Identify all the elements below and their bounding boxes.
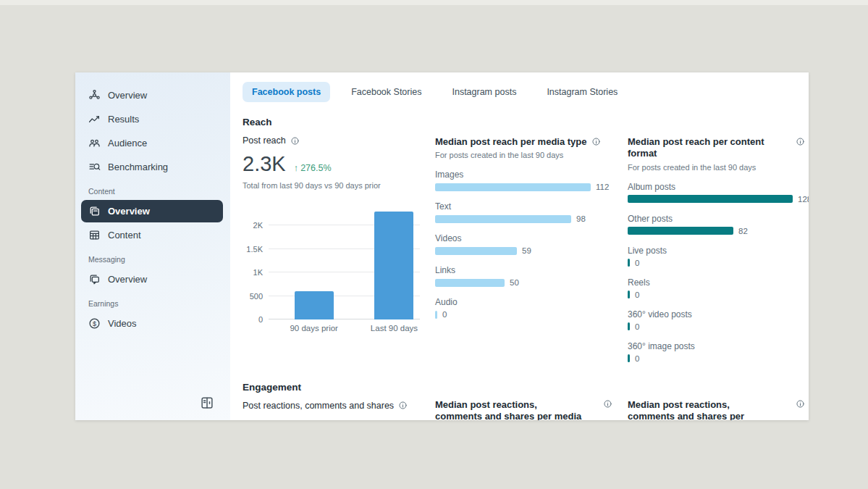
bar-label: 360° image posts (628, 341, 805, 351)
bar-line: 0 (628, 291, 805, 299)
sidebar-item-videos[interactable]: $Videos (81, 312, 223, 335)
tab-facebook-stories[interactable]: Facebook Stories (342, 82, 431, 102)
y-axis-tick-label: 0 (241, 315, 263, 324)
median-reach-content-format-head: Median post reach per content format (628, 136, 805, 160)
post-reach-title-row: Post reach (243, 135, 420, 146)
bar-row-reels: Reels0 (628, 277, 805, 299)
sidebar-section-content: Content (88, 187, 216, 196)
bar-label: Album posts (628, 182, 805, 192)
median-engagement-media-type-head: Median post reactions, comments and shar… (435, 399, 612, 421)
bar-row-live-posts: Live posts0 (628, 246, 805, 267)
tab-instagram-stories[interactable]: Instagram Stories (537, 82, 627, 102)
median-reach-media-type-caption: For posts created in the last 90 days (435, 151, 612, 159)
sidebar-item-overview[interactable]: Overview (81, 200, 223, 222)
engagement-card: Engagement Post reactions, comments and … (243, 382, 420, 421)
bar-label: Text (435, 201, 612, 212)
y-axis-tick-label: 500 (241, 292, 263, 301)
sidebar-item-label: Videos (108, 318, 137, 329)
media-type-bar-list: Images112Text98Videos59Links50Audio0 (435, 170, 612, 319)
chart-x-axis-labels: 90 days priorLast 90 days (269, 319, 420, 335)
info-icon[interactable] (398, 401, 408, 410)
bar-value: 50 (510, 278, 519, 287)
bar-label: 360° video posts (628, 309, 805, 319)
sidebar-item-benchmarking[interactable]: Benchmarking (81, 156, 223, 178)
chat-icon (88, 273, 101, 285)
info-icon[interactable] (591, 137, 601, 146)
engagement-title-row: Post reactions, comments and shares (243, 401, 420, 411)
cluster-icon (88, 89, 101, 101)
sidebar-item-results[interactable]: Results (81, 108, 223, 130)
insights-window: OverviewResultsAudienceBenchmarkingConte… (75, 72, 809, 420)
main-content: Facebook postsFacebook StoriesInstagram … (230, 72, 809, 420)
bar-label: Other posts (628, 214, 805, 224)
bar-last-90-days (374, 212, 413, 320)
bar-value: 0 (635, 322, 639, 331)
median-reach-media-type-head: Median post reach per media type (435, 136, 612, 148)
bar (628, 354, 630, 362)
bar-line: 82 (628, 227, 805, 235)
bar-value: 0 (442, 310, 447, 319)
info-icon[interactable] (796, 399, 805, 409)
median-reach-media-type-title: Median post reach per media type (435, 136, 587, 148)
bar-label: Images (435, 170, 612, 180)
x-axis-tick-label: 90 days prior (271, 324, 358, 333)
bar (435, 247, 517, 255)
bar-value: 112 (596, 183, 609, 191)
median-engagement-content-format-card: Median post reactions, comments and shar… (628, 382, 805, 421)
bar-row-other-posts: Other posts82 (628, 214, 805, 235)
sidebar-item-label: Content (108, 230, 141, 241)
reach-section: Reach Post reach 2.3K ↑276.5% Total from… (243, 117, 797, 363)
y-axis-tick-label: 1.5K (241, 245, 263, 254)
sidebar-item-audience[interactable]: Audience (81, 132, 223, 154)
engagement-section: Engagement Post reactions, comments and … (243, 382, 797, 421)
bar-label: Live posts (628, 246, 805, 256)
bar-row-album-posts: Album posts128 (628, 182, 805, 204)
sidebar-item-label: Overview (108, 90, 147, 101)
post-reach-caption: Total from last 90 days vs 90 days prior (243, 181, 420, 190)
median-reach-media-type-card: Median post reach per media type For pos… (435, 136, 612, 363)
bar-row-text: Text98 (435, 201, 612, 223)
info-icon[interactable] (603, 399, 612, 409)
bar-value: 0 (635, 354, 639, 363)
sidebar-item-overview[interactable]: Overview (81, 84, 223, 106)
post-reach-delta: ↑276.5% (294, 162, 332, 173)
benchmark-icon (88, 161, 101, 173)
sidebar-item-label: Results (108, 114, 139, 125)
median-engagement-content-format-title: Median post reactions, comments and shar… (628, 399, 776, 421)
median-engagement-media-type-title: Median post reactions, comments and shar… (435, 399, 583, 421)
bar-value: 128 (798, 195, 809, 204)
bar-value: 98 (576, 214, 586, 223)
sidebar-item-label: Overview (108, 274, 147, 285)
trend-icon (88, 113, 101, 125)
bar-value: 82 (738, 227, 748, 235)
sidebar-item-content[interactable]: Content (81, 224, 223, 246)
post-reach-value: 2.3K (243, 152, 286, 176)
tab-facebook-posts[interactable]: Facebook posts (243, 82, 330, 102)
median-reach-content-format-caption: For posts created in the last 90 days (628, 163, 805, 172)
post-reach-bar-chart: 05001K1.5K2K 90 days priorLast 90 days (243, 205, 420, 335)
tab-instagram-posts[interactable]: Instagram posts (442, 82, 526, 102)
bar (628, 259, 630, 267)
bar (628, 227, 733, 235)
bar-line: 50 (435, 278, 612, 287)
bar-line: 128 (628, 195, 805, 204)
bar-row-360-video-posts: 360° video posts0 (628, 309, 805, 331)
bar-label: Reels (628, 277, 805, 288)
bar-row-links: Links50 (435, 265, 612, 287)
post-reach-value-row: 2.3K ↑276.5% (243, 152, 420, 176)
bar-label: Links (435, 265, 612, 275)
posts-icon (88, 205, 101, 217)
collapse-sidebar-icon[interactable] (200, 396, 214, 410)
sidebar-item-overview[interactable]: Overview (81, 268, 223, 291)
bar-row-images: Images112 (435, 170, 612, 191)
svg-text:$: $ (93, 320, 96, 327)
bar (435, 183, 591, 191)
bar-value: 0 (635, 259, 639, 267)
sidebar: OverviewResultsAudienceBenchmarkingConte… (75, 72, 230, 420)
bar (628, 195, 793, 203)
dollar-icon: $ (88, 317, 101, 330)
bar-value: 59 (522, 246, 531, 255)
info-icon[interactable] (796, 137, 805, 146)
info-icon[interactable] (290, 136, 300, 146)
bar-line: 112 (435, 183, 612, 191)
